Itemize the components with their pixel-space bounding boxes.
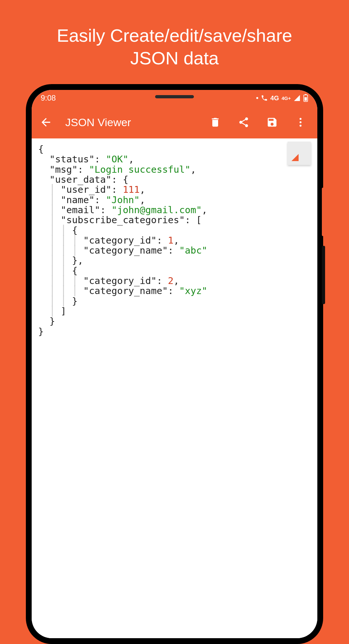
json-string: "John"	[106, 194, 140, 205]
signal-icon	[293, 94, 301, 102]
svg-point-5	[300, 125, 301, 127]
app-title: JSON Viewer	[65, 116, 131, 129]
json-string: "xyz"	[179, 285, 207, 296]
promo-line-2: JSON data	[0, 47, 349, 70]
svg-point-4	[300, 121, 301, 123]
arrow-left-icon	[39, 116, 52, 129]
status-indicators: 4G 4G+	[256, 94, 308, 102]
json-key: "category_name"	[83, 285, 168, 296]
json-key: "name"	[61, 194, 95, 205]
svg-rect-1	[305, 94, 307, 95]
share-icon	[238, 116, 249, 128]
json-string: "john@gmail.com"	[111, 204, 202, 215]
phone-notch	[132, 90, 217, 104]
json-key: "user_data"	[49, 174, 111, 185]
status-time: 9:08	[41, 93, 56, 103]
network-4g-label: 4G	[270, 94, 279, 102]
more-button[interactable]	[293, 115, 308, 130]
phone-call-icon	[261, 94, 268, 102]
notification-dot-icon	[256, 97, 258, 99]
back-button[interactable]	[38, 115, 54, 130]
collapse-fab[interactable]	[288, 142, 311, 165]
save-button[interactable]	[264, 115, 280, 130]
save-icon	[266, 116, 278, 128]
json-string: "Login successful"	[89, 164, 190, 175]
delete-button[interactable]	[207, 115, 223, 130]
svg-rect-2	[304, 97, 307, 101]
json-key: "category_name"	[83, 245, 168, 256]
battery-icon	[303, 94, 308, 102]
phone-power-button	[322, 246, 325, 304]
json-key: "user_id"	[61, 184, 111, 195]
phone-speaker	[155, 95, 194, 98]
json-number: 2	[168, 275, 174, 286]
phone-frame: 9:08 4G 4G+ JSON Viewer	[26, 84, 323, 644]
json-number: 111	[123, 184, 140, 195]
json-key: "email"	[61, 204, 100, 215]
json-key: "subscribe_categories"	[61, 214, 185, 225]
json-key: "msg"	[49, 164, 78, 175]
triangle-icon	[291, 154, 299, 161]
trash-icon	[209, 116, 221, 128]
json-key: "category_id"	[83, 235, 157, 246]
more-vertical-icon	[295, 116, 306, 128]
phone-screen: 9:08 4G 4G+ JSON Viewer	[32, 90, 317, 638]
json-key: "status"	[49, 154, 95, 165]
phone-volume-button	[322, 188, 325, 236]
svg-point-3	[300, 118, 301, 120]
json-string: "abc"	[179, 245, 207, 256]
app-bar: JSON Viewer	[32, 106, 317, 138]
promo-line-1: Easily Create/edit/save/share	[0, 24, 349, 47]
network-4gplus-label: 4G+	[281, 95, 291, 101]
share-button[interactable]	[236, 115, 251, 130]
json-string: "OK"	[106, 154, 129, 165]
json-number: 1	[168, 235, 174, 246]
json-key: "category_id"	[83, 275, 157, 286]
json-content[interactable]: { "status": "OK", "msg": "Login successf…	[32, 138, 317, 638]
promo-heading: Easily Create/edit/save/share JSON data	[0, 0, 349, 70]
